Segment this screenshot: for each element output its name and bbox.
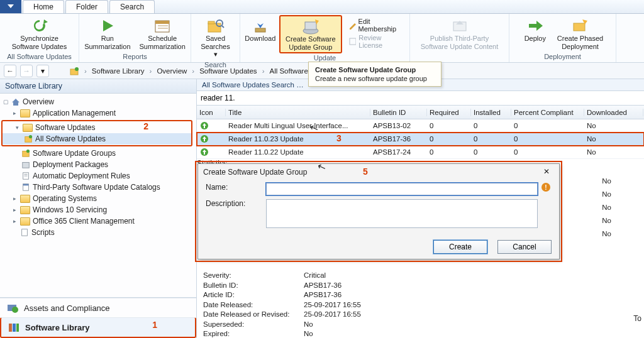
saved-searches-button[interactable]: Saved Searches ▾ (195, 15, 236, 60)
create-group-dialog: 5 Create Software Update Group ✕ Name: !… (197, 163, 560, 259)
updates-icon (24, 134, 33, 143)
description-input[interactable] (266, 199, 538, 228)
nav-up-button[interactable]: ▾ (36, 65, 49, 77)
tooltip-body: Create a new software update group (315, 75, 435, 82)
svg-point-38 (12, 307, 18, 313)
folder-icon (20, 206, 30, 214)
library-icon (8, 322, 20, 333)
details-pane: Severity:Critical Bulletin ID:APSB17-36 … (197, 268, 644, 338)
tree-deployment-packages[interactable]: Deployment Packages (0, 159, 196, 170)
callout-2: 2 (143, 121, 148, 131)
svg-marker-2 (103, 20, 113, 31)
create-group-icon (301, 18, 320, 35)
svg-rect-8 (208, 21, 214, 24)
create-phased-deployment-button[interactable]: Create Phased Deployment (554, 15, 606, 52)
left-pane: Software Library ▢Overview ▸Application … (0, 79, 197, 338)
publish-third-party-button[interactable]: Publish Third-Party Software Update Cont… (418, 15, 502, 52)
table-row[interactable]: 3 Reader 11.0.23 Update APSB17-36 0 0 0 … (197, 133, 644, 146)
sync-updates-button[interactable]: Synchronize Software Updates (9, 15, 70, 52)
svg-point-27 (29, 135, 32, 138)
tree-scripts[interactable]: ▸Scripts (0, 227, 196, 238)
folder-icon (20, 109, 30, 117)
package-icon (21, 160, 30, 169)
tree-app-mgmt[interactable]: ▸Application Management (0, 107, 196, 119)
review-license-button[interactable]: Review License (348, 34, 402, 49)
tab-search[interactable]: Search (109, 0, 155, 13)
col-installed[interactable]: Installed (471, 109, 511, 116)
col-downloaded[interactable]: Downloaded (584, 109, 643, 116)
system-menu[interactable] (0, 0, 21, 13)
callout-1: 1 (152, 320, 157, 330)
svg-rect-36 (22, 229, 28, 236)
name-input[interactable] (266, 183, 538, 195)
workspace-assets[interactable]: Assets and Compliance (0, 298, 196, 317)
svg-rect-14 (305, 22, 316, 30)
callout-5: 5 (363, 166, 368, 177)
tree-adr[interactable]: Automatic Deployment Rules (0, 170, 196, 182)
tree-third-party-catalogs[interactable]: Third-Party Software Update Catalogs (0, 182, 196, 193)
tree-all-software-updates[interactable]: All Software Updates (3, 133, 191, 144)
crumb-root[interactable]: Software Library (92, 67, 145, 75)
nav-forward-button[interactable]: → (20, 65, 33, 77)
svg-rect-35 (23, 184, 29, 186)
tooltip: Create Software Update Group Create a ne… (308, 62, 441, 87)
run-summarization-button[interactable]: Run Summarization (81, 15, 133, 52)
svg-rect-7 (208, 23, 221, 32)
tree-operating-systems[interactable]: ▸Operating Systems (0, 193, 196, 204)
svg-marker-25 (12, 99, 19, 106)
sync-icon (30, 17, 49, 35)
col-icon[interactable]: Icon (197, 109, 226, 116)
folder-icon (20, 195, 30, 203)
schedule-summarization-button[interactable]: Schedule Summarization (136, 15, 189, 52)
tab-strip: Home Folder Search (0, 0, 644, 14)
deploy-button[interactable]: Deploy (519, 15, 552, 45)
grid-header[interactable]: Icon Title Bulletin ID Required Installe… (197, 106, 644, 119)
svg-rect-39 (9, 324, 12, 332)
ribbon: Synchronize Software Updates All Softwar… (0, 14, 644, 63)
workspace-software-library[interactable]: Software Library1 (0, 317, 196, 338)
dialog-close-button[interactable]: ✕ (539, 166, 554, 178)
create-software-update-group-button[interactable]: Create Software Update Group (279, 15, 342, 53)
svg-rect-41 (16, 324, 19, 332)
update-icon (199, 121, 209, 131)
catalog-icon (21, 183, 30, 192)
col-title[interactable]: Title (226, 109, 370, 116)
tab-folder[interactable]: Folder (65, 0, 108, 13)
svg-marker-16 (350, 23, 356, 30)
col-required[interactable]: Required (427, 109, 471, 116)
callout-3: 3 (336, 133, 341, 143)
nav-tree: ▢Overview ▸Application Management 2 ▾Sof… (0, 94, 196, 297)
calendar-icon (153, 17, 172, 35)
group-icon (21, 149, 30, 158)
svg-line-10 (222, 26, 224, 28)
nav-home-icon[interactable] (69, 67, 79, 75)
svg-rect-17 (350, 38, 356, 45)
results-grid: Icon Title Bulletin ID Required Installe… (197, 106, 644, 159)
tree-windows-10-servicing[interactable]: ▸Windows 10 Servicing (0, 204, 196, 215)
tree-software-updates[interactable]: ▾Software Updates (3, 122, 191, 133)
tree-software-update-groups[interactable]: Software Update Groups (0, 148, 196, 159)
crumb-overview[interactable]: Overview (157, 67, 187, 75)
group-reports: Reports (123, 52, 147, 62)
table-row[interactable]: Reader Multi Lingual User Interface... A… (197, 119, 644, 133)
update-icon (199, 134, 209, 144)
table-row[interactable]: Reader 11.0.22 Update APSB17-24 0 0 0 No (197, 146, 644, 159)
search-input[interactable] (197, 91, 644, 105)
tab-home[interactable]: Home (23, 0, 64, 13)
download-button[interactable]: Download (244, 15, 277, 45)
col-bulletin[interactable]: Bulletin ID (370, 109, 427, 116)
folder-icon (23, 124, 33, 132)
edit-membership-button[interactable]: Edit Membership (348, 18, 402, 33)
pencil-icon (348, 21, 356, 30)
cancel-button[interactable]: Cancel (497, 240, 552, 254)
svg-point-29 (26, 150, 30, 153)
group-search: Search (204, 60, 226, 70)
play-icon (98, 17, 117, 35)
nav-back-button[interactable]: ← (4, 65, 16, 77)
right-pane: All Software Updates Search … Icon Title… (197, 79, 644, 338)
tree-overview[interactable]: ▢Overview (0, 96, 196, 107)
create-button[interactable]: Create (433, 240, 487, 254)
col-percent-compliant[interactable]: Percent Compliant (511, 109, 584, 116)
svg-rect-30 (23, 163, 30, 168)
tree-office-365[interactable]: ▸Office 365 Client Management (0, 215, 196, 227)
